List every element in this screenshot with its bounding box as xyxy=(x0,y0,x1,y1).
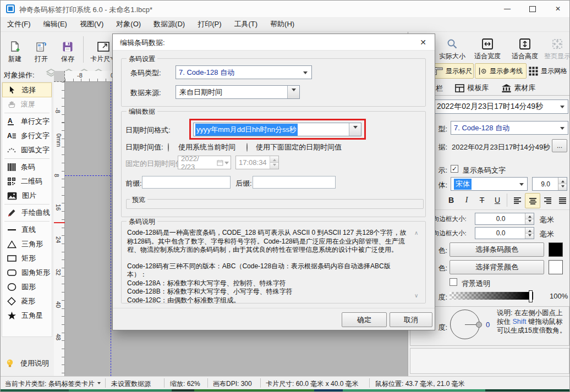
open-button[interactable]: 打开 xyxy=(29,35,53,64)
scroll-up-icon[interactable]: ∧ xyxy=(414,230,418,236)
actual-size-button[interactable]: 实际大小 xyxy=(436,35,468,61)
new-button[interactable]: 新建 xyxy=(3,35,27,64)
spin-arrows[interactable] xyxy=(525,228,534,239)
barcode-type-combo[interactable]: 7. Code-128 自动 xyxy=(176,65,312,79)
opacity-slider[interactable] xyxy=(450,292,533,300)
sidebar-item-triangle[interactable]: 三角形 xyxy=(2,237,52,251)
card-type-dropdown[interactable]: 当前卡片类型: 条码标签类卡片 xyxy=(5,379,101,389)
bulb-icon xyxy=(5,358,15,368)
radio-fixed-time[interactable] xyxy=(246,143,248,152)
menu-edit[interactable]: 编辑(E) xyxy=(43,19,67,29)
sidebar-item-diamond[interactable]: 菱形 xyxy=(2,294,52,308)
close-button[interactable]: ✕ xyxy=(545,1,570,17)
combo-arrow-button[interactable] xyxy=(287,86,299,98)
datetime-format-combo[interactable]: yyyy年mm月dd日hh时nn分ss秒 xyxy=(193,123,361,136)
template-library-icon xyxy=(454,84,465,93)
align-right-button[interactable] xyxy=(540,193,555,207)
menu-print[interactable]: 打印(P) xyxy=(198,19,221,29)
menu-view[interactable]: 视图(V) xyxy=(80,19,103,29)
radio-current-time[interactable] xyxy=(168,143,169,152)
bg-color-swatch[interactable] xyxy=(549,260,563,274)
barcode-color-swatch[interactable] xyxy=(549,242,563,257)
bg-color-button[interactable]: 选择背景颜色 xyxy=(450,260,544,274)
scroll-down-icon[interactable]: ∨ xyxy=(414,292,418,299)
fixed-datetime-label: 固定的日期时间值: xyxy=(125,159,185,169)
show-guides-toggle[interactable]: 显示参考线 xyxy=(475,63,527,79)
show-ruler-toggle[interactable]: 显示标尺 xyxy=(431,63,474,79)
chevron-down-icon xyxy=(560,127,564,132)
fit-height-button[interactable]: 适合高度 xyxy=(508,35,542,61)
sidebar-item-star[interactable]: 五角星 xyxy=(2,308,52,323)
combo-arrow-button[interactable] xyxy=(349,123,361,136)
fit-width-button[interactable]: 适合宽度 xyxy=(470,35,505,61)
show-grid-button[interactable]: 显示网格 xyxy=(528,63,570,79)
title-bar: 神奇条码标签打印系统 6.0 - 未命名1.lbcp* — ✕ xyxy=(1,1,570,18)
save-button[interactable]: 保存 xyxy=(56,35,80,64)
opacity-slider-handle[interactable] xyxy=(529,290,533,302)
tab-template-library[interactable]: 模板库 xyxy=(448,81,495,95)
maximize-button[interactable] xyxy=(520,1,545,17)
preview-box: 预览 xyxy=(126,199,424,209)
dialog-title-bar[interactable]: 编辑条码数据: ✕ xyxy=(113,34,435,51)
sidebar-item-arc-text[interactable]: 圆弧文字 xyxy=(2,143,52,157)
sidebar-item-single-text[interactable]: A 单行文字 xyxy=(2,114,52,129)
panel-barcode-type-combo[interactable]: 7. Code-128 自动 xyxy=(451,121,568,135)
sidebar-item-curve[interactable]: 手绘曲线 xyxy=(2,206,52,220)
sidebar-item-circle[interactable]: 圆形 xyxy=(2,280,52,294)
spin-arrows[interactable] xyxy=(558,178,567,190)
font-size-spinner[interactable]: 9.0 xyxy=(532,177,567,191)
vertical-guide-line[interactable] xyxy=(111,82,111,376)
suffix-input[interactable] xyxy=(253,176,336,189)
data-source-combo[interactable]: 来自日期时间 xyxy=(176,85,300,99)
rounded-rect-icon xyxy=(7,269,17,277)
strikethrough-button[interactable]: T xyxy=(475,193,489,207)
panel-more-button[interactable]: ... xyxy=(552,139,567,152)
align-justify-button[interactable] xyxy=(555,193,569,207)
radio-fixed-time-label[interactable]: 使用下面固定的日期时间值 xyxy=(256,142,342,152)
tab-properties-partial[interactable]: 栏 xyxy=(436,84,443,93)
prefix-input[interactable] xyxy=(142,176,231,189)
v-border-size-spinner[interactable]: 0.0 xyxy=(475,227,534,239)
menu-help[interactable]: 帮助(H) xyxy=(270,19,294,29)
menu-tools[interactable]: 工具(T) xyxy=(234,19,257,29)
italic-button[interactable]: I xyxy=(459,193,474,207)
rotation-dial[interactable] xyxy=(450,310,480,339)
sidebar-item-rounded-rect[interactable]: 圆角矩形 xyxy=(2,266,52,280)
v-ruler-ticks xyxy=(62,82,64,376)
ok-button[interactable]: 确定 xyxy=(342,312,387,327)
whole-page-button[interactable]: 整页显示 xyxy=(543,35,570,61)
barcode-color-button[interactable]: 选择条码颜色 xyxy=(450,242,544,257)
sidebar-item-line[interactable]: 直线 xyxy=(2,223,52,237)
sidebar-item-image[interactable]: 图片 xyxy=(2,189,52,203)
h-border-size-spinner[interactable]: 0.0 xyxy=(475,213,534,225)
group-label: 条码设置 xyxy=(127,54,157,64)
menu-file[interactable]: 文件(F) xyxy=(7,19,31,29)
underline-button[interactable]: U xyxy=(490,193,505,207)
desc-line: Code-128C：由偶数个标准数字组成。 xyxy=(127,296,407,305)
sidebar-item-barcode[interactable]: 条码 xyxy=(2,160,52,174)
align-center-button[interactable] xyxy=(525,193,540,208)
align-left-button[interactable] xyxy=(510,193,524,207)
minimize-button[interactable]: — xyxy=(495,1,520,17)
bg-transparent-checkbox[interactable] xyxy=(450,278,457,286)
toolbar-separator xyxy=(83,36,84,63)
menu-datasource[interactable]: 数据源(D) xyxy=(154,19,185,29)
show-barcode-text-checkbox[interactable]: ✓ xyxy=(451,165,458,173)
sidebar-item-select[interactable]: 选择 xyxy=(2,82,52,97)
sidebar-item-rect[interactable]: 矩形 xyxy=(2,251,52,266)
menu-object[interactable]: 对象(O) xyxy=(116,19,141,29)
dialog-close-button[interactable]: ✕ xyxy=(412,34,435,50)
bold-button[interactable]: B xyxy=(444,193,458,207)
group-label: 条码说明 xyxy=(127,217,157,227)
rotation-dial-handle[interactable] xyxy=(476,322,482,328)
help-button[interactable]: 使用说明 xyxy=(5,358,49,368)
sidebar-item-scroll[interactable]: 滚屏 xyxy=(2,97,52,112)
sidebar-item-qrcode[interactable]: 二维码 xyxy=(2,174,52,189)
spin-arrows[interactable] xyxy=(525,213,534,224)
tab-material-library[interactable]: 素材库 xyxy=(496,81,540,95)
radio-current-time-label[interactable]: 使用系统当前时间 xyxy=(178,142,235,152)
sidebar-item-multi-text[interactable]: A 多行文字 xyxy=(2,129,52,143)
cancel-button[interactable]: 取消 xyxy=(390,312,432,327)
font-family-combo[interactable]: 宋体 xyxy=(451,177,528,191)
fixed-date-picker: 2022/ 2/23 xyxy=(178,156,231,169)
